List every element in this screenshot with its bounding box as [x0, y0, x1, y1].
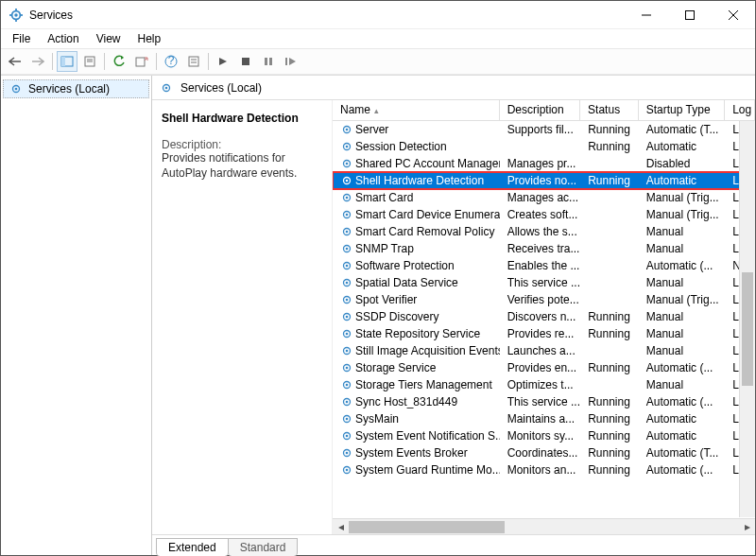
- tab-standard[interactable]: Standard: [228, 538, 299, 556]
- service-row[interactable]: System Events BrokerCoordinates...Runnin…: [333, 444, 755, 461]
- svg-point-1: [14, 13, 18, 17]
- service-name: SNMP Trap: [355, 242, 414, 255]
- service-row[interactable]: SNMP TrapReceives tra...ManualLoc: [333, 240, 755, 257]
- toolbar: ?: [1, 48, 755, 75]
- service-row[interactable]: Storage Tiers ManagementOptimizes t...Ma…: [333, 376, 755, 393]
- services-rows[interactable]: ServerSupports fil...RunningAutomatic (T…: [333, 121, 755, 518]
- maximize-button[interactable]: [668, 1, 712, 29]
- service-name: Storage Tiers Management: [355, 378, 492, 391]
- service-row[interactable]: Shell Hardware DetectionProvides no...Ru…: [333, 172, 755, 189]
- menu-help[interactable]: Help: [130, 30, 169, 47]
- service-status: [580, 231, 639, 233]
- service-description: Provides re...: [500, 326, 580, 341]
- tab-extended[interactable]: Extended: [156, 538, 229, 556]
- column-logon-as[interactable]: Log: [725, 100, 755, 120]
- service-row[interactable]: SSDP DiscoveryDiscovers n...RunningManua…: [333, 308, 755, 325]
- titlebar[interactable]: Services: [1, 1, 755, 29]
- gear-icon: [340, 208, 353, 221]
- service-row[interactable]: Smart Card Device Enumera...Creates soft…: [333, 206, 755, 223]
- body: Services (Local) Services (Local) Shell …: [1, 75, 755, 555]
- horizontal-scrollbar[interactable]: ◂ ▸: [333, 518, 755, 534]
- back-button[interactable]: [5, 51, 26, 72]
- gear-icon: [340, 174, 353, 187]
- column-startup-type[interactable]: Startup Type: [639, 100, 725, 120]
- service-description: Coordinates...: [500, 445, 580, 460]
- svg-point-60: [346, 384, 349, 387]
- stop-service-button[interactable]: [235, 51, 256, 72]
- svg-point-26: [15, 88, 18, 91]
- service-status: [580, 163, 639, 165]
- service-status: Running: [580, 139, 639, 154]
- tree-node-services-local[interactable]: Services (Local): [3, 79, 149, 98]
- service-row[interactable]: ServerSupports fil...RunningAutomatic (T…: [333, 121, 755, 138]
- service-description: This service ...: [500, 394, 580, 409]
- column-status[interactable]: Status: [580, 100, 639, 120]
- forward-button[interactable]: [27, 51, 48, 72]
- window-controls: [625, 1, 755, 29]
- svg-point-28: [165, 86, 168, 89]
- service-row[interactable]: Sync Host_831d449This service ...Running…: [333, 393, 755, 410]
- service-description: Allows the s...: [500, 224, 580, 239]
- service-status: Running: [580, 411, 639, 426]
- service-row[interactable]: Spatial Data ServiceThis service ...Manu…: [333, 274, 755, 291]
- svg-point-38: [346, 197, 349, 200]
- menu-action[interactable]: Action: [40, 30, 86, 47]
- view-tabs: Extended Standard: [152, 534, 755, 555]
- svg-point-64: [346, 418, 349, 421]
- service-row[interactable]: SysMainMaintains a...RunningAutomaticLoc: [333, 410, 755, 427]
- gear-icon: [340, 446, 353, 460]
- service-startup: Automatic (T...: [639, 122, 725, 137]
- scroll-thumb[interactable]: [349, 521, 505, 533]
- svg-point-54: [346, 333, 349, 336]
- service-row[interactable]: Smart CardManages ac...Manual (Trig...Lo…: [333, 189, 755, 206]
- svg-point-46: [346, 265, 349, 268]
- scroll-thumb[interactable]: [742, 272, 753, 386]
- service-name: Still Image Acquisition Events: [355, 344, 500, 357]
- service-startup: Automatic (...: [639, 462, 725, 478]
- service-row[interactable]: Spot VerifierVerifies pote...Manual (Tri…: [333, 291, 755, 308]
- restart-service-button[interactable]: [281, 51, 301, 72]
- service-row[interactable]: Shared PC Account ManagerManages pr...Di…: [333, 155, 755, 172]
- svg-point-44: [346, 248, 349, 251]
- service-row[interactable]: System Event Notification S...Monitors s…: [333, 427, 755, 444]
- service-row[interactable]: Session DetectionRunningAutomaticLoc: [333, 138, 755, 155]
- properties-button[interactable]: [183, 51, 204, 72]
- service-row[interactable]: Software ProtectionEnables the ...Automa…: [333, 257, 755, 274]
- svg-rect-21: [242, 58, 249, 65]
- service-description: Enables the ...: [500, 258, 580, 273]
- export-list-button[interactable]: [131, 51, 152, 72]
- close-button[interactable]: [712, 1, 755, 29]
- column-name[interactable]: Name▴: [333, 100, 500, 120]
- service-row[interactable]: System Guard Runtime Mo...Monitors an...…: [333, 461, 755, 478]
- gear-icon: [160, 81, 173, 95]
- service-row[interactable]: Smart Card Removal PolicyAllows the s...…: [333, 223, 755, 240]
- service-startup: Manual: [639, 241, 725, 256]
- start-service-button[interactable]: [213, 51, 233, 72]
- service-description: Manages pr...: [500, 156, 580, 171]
- service-row[interactable]: Storage ServiceProvides en...RunningAuto…: [333, 359, 755, 376]
- column-description[interactable]: Description: [500, 100, 580, 120]
- service-description: Manages ac...: [500, 190, 580, 205]
- help-button[interactable]: ?: [161, 51, 181, 72]
- gear-icon: [340, 276, 353, 289]
- service-startup: Manual: [639, 309, 725, 324]
- menu-view[interactable]: View: [89, 30, 129, 47]
- menu-file[interactable]: File: [5, 30, 38, 47]
- service-row[interactable]: State Repository ServiceProvides re...Ru…: [333, 325, 755, 342]
- tree-pane[interactable]: Services (Local): [1, 76, 152, 555]
- service-startup: Manual (Trig...: [639, 190, 725, 205]
- scroll-left-icon[interactable]: ◂: [333, 519, 349, 535]
- export-button[interactable]: [79, 51, 100, 72]
- vertical-scrollbar[interactable]: [739, 121, 755, 517]
- service-status: [580, 384, 639, 386]
- service-row[interactable]: Still Image Acquisition EventsLaunches a…: [333, 342, 755, 359]
- sort-asc-icon: ▴: [374, 106, 379, 115]
- service-startup: Manual: [639, 326, 725, 341]
- service-name: State Repository Service: [355, 327, 480, 340]
- minimize-button[interactable]: [625, 1, 668, 29]
- pause-service-button[interactable]: [258, 51, 279, 72]
- service-name: Spot Verifier: [355, 293, 417, 306]
- show-hide-tree-button[interactable]: [57, 51, 77, 72]
- scroll-right-icon[interactable]: ▸: [739, 519, 755, 535]
- refresh-button[interactable]: [109, 51, 129, 72]
